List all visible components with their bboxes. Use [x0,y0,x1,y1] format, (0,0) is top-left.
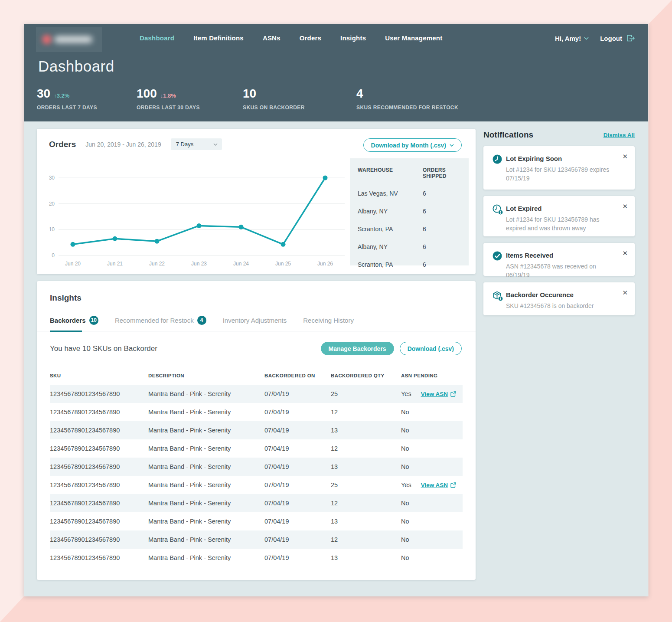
notifications-header: Notifications Dismiss All [483,130,635,140]
logout-button[interactable]: Logout [600,34,635,42]
nav-item-dashboard[interactable]: Dashboard [140,34,174,42]
stat-value: 100 [137,87,157,101]
table-row: 12345678901234567890 Mantra Band - Pink … [50,385,463,403]
dismiss-all-link[interactable]: Dismiss All [603,132,635,138]
svg-text:0: 0 [52,252,55,259]
table-row: 12345678901234567890 Mantra Band - Pink … [50,458,463,476]
close-icon[interactable]: ✕ [622,289,628,297]
warehouse-row: Albany, NY 6 [358,197,461,215]
tab-badge: 4 [197,316,206,325]
logout-icon [626,34,635,42]
download-by-month-button[interactable]: Download by Month (.csv) [363,138,462,152]
check-circle-icon [492,251,503,262]
notification-backorder: Backorder Occurence ✕ SKU #12345678 is o… [483,282,635,315]
chevron-down-icon [584,37,589,40]
insights-card: Insights Backorders 10 Recommended for R… [37,281,476,580]
svg-text:30: 30 [49,175,55,181]
close-icon[interactable]: ✕ [622,153,628,160]
stat-skus-backorder: 10 SKUS ON BACKORDER [243,87,305,111]
table-row: 12345678901234567890 Mantra Band - Pink … [50,439,463,458]
warehouse-row: Scranton, PA 6 [358,250,461,268]
orders-card-header: Orders Jun 20, 2019 - Jun 26, 2019 7 Day… [49,138,222,150]
stat-label: SKUS ON BACKORDER [243,105,305,111]
chevron-down-icon [450,144,454,147]
chevron-down-icon [213,143,218,146]
tab-recommended-restock[interactable]: Recommended for Restock 4 [115,314,206,331]
warehouse-table: WAREHOUSE ORDERS SHIPPED Las Vegas, NV 6… [350,158,469,265]
box-backorder-icon [492,290,504,302]
clock-icon [492,154,503,165]
table-row: 12345678901234567890 Mantra Band - Pink … [50,512,463,530]
app-window: Dashboard Item Definitions ASNs Orders I… [24,24,648,596]
nav-item-user-management[interactable]: User Management [385,34,442,42]
stat-value: 10 [243,87,256,101]
manage-backorders-button[interactable]: Manage Backorders [321,342,394,355]
table-row: 12345678901234567890 Mantra Band - Pink … [50,549,463,567]
outer-background: Dashboard Item Definitions ASNs Orders I… [0,0,672,622]
stat-label: SKUS RECOMMENDED FOR RESTOCK [356,105,458,111]
col-header-backordered-qty: BACKORDERED QTY [331,367,401,385]
close-icon[interactable]: ✕ [622,249,628,257]
nav-item-insights[interactable]: Insights [340,34,366,42]
svg-text:Jun 26: Jun 26 [317,261,333,267]
view-asn-link[interactable]: View ASN [421,391,456,397]
close-icon[interactable]: ✕ [622,203,628,210]
orders-card: Orders Jun 20, 2019 - Jun 26, 2019 7 Day… [37,129,476,274]
delta-down: ↓1.8% [160,92,176,99]
tab-inventory-adjustments[interactable]: Inventory Adjustments [223,314,287,331]
svg-text:10: 10 [49,226,55,232]
nav-item-orders[interactable]: Orders [300,34,321,42]
col-header-backordered-on: BACKORDERED ON [264,367,331,385]
stat-skus-restock: 4 SKUS RECOMMENDED FOR RESTOCK [356,87,458,111]
stat-label: ORDERS LAST 30 DAYS [137,105,200,111]
backorders-summary: You have 10 SKUs on Backorder [50,344,157,353]
tab-backorders[interactable]: Backorders 10 [50,314,98,331]
logo-wordmark [54,36,92,43]
table-header-row: SKU DESCRIPTION BACKORDERED ON BACKORDER… [50,367,463,385]
warehouse-row: Scranton, PA 6 [358,215,461,232]
delta-up: ↑3.2% [54,92,69,99]
notification-lot-expiring: Lot Expiring Soon ✕ Lot #1234 for SKU 12… [483,146,635,190]
warehouse-row: Las Vegas, NV 6 [358,179,461,197]
external-link-icon [450,391,456,397]
stat-orders-30-days: 100 ↓1.8% ORDERS LAST 30 DAYS [137,87,200,111]
col-header-description: DESCRIPTION [148,367,264,385]
svg-text:Jun 21: Jun 21 [107,261,123,267]
table-row: 12345678901234567890 Mantra Band - Pink … [50,530,463,549]
user-nav: Hi, Amy! Logout [555,34,635,42]
svg-text:Jun 22: Jun 22 [149,261,165,267]
orders-line-chart: 0102030Jun 20Jun 21Jun 22Jun 23Jun 24Jun… [46,170,349,272]
table-row: 12345678901234567890 Mantra Band - Pink … [50,494,463,512]
orders-date-range: Jun 20, 2019 - Jun 26, 2019 [85,141,161,148]
notifications-title: Notifications [483,130,533,140]
stat-orders-7-days: 30 ↑3.2% ORDERS LAST 7 DAYS [37,87,97,111]
nav-item-item-definitions[interactable]: Item Definitions [193,34,244,42]
warehouse-col-header: WAREHOUSE [358,167,423,179]
logout-label: Logout [600,35,622,42]
nav-item-asns[interactable]: ASNs [263,34,281,42]
svg-text:Jun 25: Jun 25 [275,261,291,267]
app-logo[interactable] [36,27,102,52]
view-asn-link[interactable]: View ASN [421,482,456,488]
svg-text:Jun 23: Jun 23 [191,261,207,267]
orders-shipped-col-header: ORDERS SHIPPED [423,167,461,179]
table-row: 12345678901234567890 Mantra Band - Pink … [50,403,463,421]
stat-value: 30 [37,87,50,101]
user-menu[interactable]: Hi, Amy! [555,35,589,42]
col-header-sku: SKU [50,367,148,385]
logo-mark [42,35,52,44]
tab-badge: 10 [89,316,98,325]
range-select[interactable]: 7 Days [171,138,222,150]
table-row: 12345678901234567890 Mantra Band - Pink … [50,476,463,494]
app-header: Dashboard Item Definitions ASNs Orders I… [24,24,648,121]
greeting-label: Hi, Amy! [555,35,581,42]
notification-lot-expired: Lot Expired ✕ Lot #1234 for SKU 12345678… [483,196,635,236]
insights-title: Insights [50,293,82,303]
external-link-icon [450,482,456,488]
table-row: 12345678901234567890 Mantra Band - Pink … [50,421,463,439]
download-csv-button[interactable]: Download (.csv) [400,342,462,355]
tab-receiving-history[interactable]: Receiving History [303,314,354,331]
svg-text:20: 20 [49,201,55,207]
backorders-summary-row: You have 10 SKUs on Backorder Manage Bac… [50,342,462,355]
notification-items-received: Items Received ✕ ASN #12345678 was recei… [483,243,635,276]
